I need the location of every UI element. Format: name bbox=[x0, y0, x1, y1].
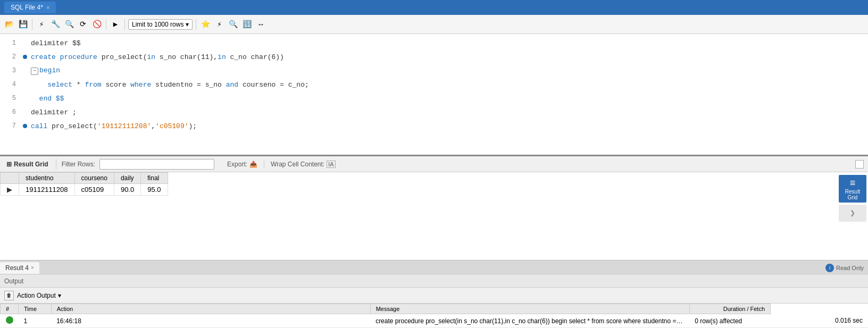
export-label: Export: bbox=[227, 161, 247, 168]
execute-icon[interactable]: ⚡ bbox=[36, 19, 47, 30]
log-column-header: Duration / Fetch bbox=[689, 304, 770, 314]
table-row: ▶19112111208c0510990.095.0 bbox=[1, 184, 168, 196]
data-table-container: studentnocoursenodailyfinal▶19112111208c… bbox=[0, 172, 868, 260]
scroll-down-button[interactable]: ❯ bbox=[839, 205, 866, 222]
action-log-table: #TimeActionMessageDuration / Fetch116:46… bbox=[0, 304, 868, 328]
open-folder-icon[interactable]: 📂 bbox=[3, 19, 15, 30]
code-line: 3−begin bbox=[0, 64, 868, 78]
output-label: Output bbox=[4, 277, 23, 285]
export-icon[interactable]: 📤 bbox=[249, 161, 257, 168]
line-number: 4 bbox=[0, 81, 21, 88]
title-tab-label: SQL File 4* bbox=[11, 4, 43, 11]
code-line: 6delimiter ; bbox=[0, 105, 868, 119]
code-content: −begin bbox=[29, 66, 60, 75]
magnify-icon[interactable]: 🔍 bbox=[227, 19, 239, 30]
export-area: Export: 📤 Wrap Cell Content: IA bbox=[227, 160, 336, 169]
result-right-icons bbox=[855, 160, 864, 169]
explain-icon[interactable]: 🔧 bbox=[49, 19, 61, 30]
table-cell: c05109 bbox=[74, 184, 114, 196]
result-expand-icon[interactable] bbox=[855, 160, 864, 169]
result-tab[interactable]: Result 4 × bbox=[0, 262, 39, 274]
line-number: 1 bbox=[0, 39, 21, 47]
refresh-icon[interactable]: ⟳ bbox=[77, 19, 89, 30]
save-icon[interactable]: 💾 bbox=[17, 19, 29, 30]
status-ok-icon bbox=[6, 316, 13, 324]
code-lines: 1delimiter $$2create procedure pro_selec… bbox=[0, 34, 868, 135]
line-number: 6 bbox=[0, 108, 21, 116]
log-duration: 0.016 sec bbox=[771, 314, 868, 328]
filter-input[interactable] bbox=[99, 159, 214, 170]
toolbar-separator-1 bbox=[32, 19, 32, 30]
action-output-arrow: ▾ bbox=[58, 292, 61, 299]
title-tab[interactable]: SQL File 4* × bbox=[4, 2, 56, 13]
arrows-icon[interactable]: ↔ bbox=[255, 19, 266, 30]
code-content: select * from score where studentno = s_… bbox=[29, 81, 309, 89]
code-line: 2create procedure pro_select(in s_no cha… bbox=[0, 50, 868, 64]
bottom-section: Result 4 × i Read Only Output 🗑 Action O… bbox=[0, 260, 868, 328]
line-bullet bbox=[21, 124, 29, 128]
title-tab-close[interactable]: × bbox=[46, 4, 49, 11]
output-clear-icon[interactable]: 🗑 bbox=[4, 291, 14, 300]
result-tab-close[interactable]: × bbox=[31, 265, 34, 271]
bottom-tabs-row: Result 4 × i Read Only bbox=[0, 260, 868, 275]
right-panel: ≡ Result Grid ❯ bbox=[837, 175, 868, 222]
status-icon-cell bbox=[1, 314, 19, 328]
action-output-label: Action Output bbox=[17, 292, 56, 299]
table-cell: 95.0 bbox=[141, 184, 168, 196]
collapse-icon[interactable]: − bbox=[31, 68, 38, 75]
star-icon[interactable]: ⭐ bbox=[199, 19, 211, 30]
search-icon[interactable]: 🔍 bbox=[63, 19, 75, 30]
code-content: delimiter ; bbox=[29, 108, 77, 116]
code-content: delimiter $$ bbox=[29, 39, 81, 47]
title-bar: SQL File 4* × bbox=[0, 0, 868, 15]
grid-lines-icon: ≡ bbox=[850, 178, 856, 189]
log-row: 116:46:18create procedure pro_select(in … bbox=[1, 314, 869, 328]
wrap-icon[interactable]: IA bbox=[327, 161, 335, 168]
log-column-header: Action bbox=[51, 304, 370, 314]
table-cell: 19112111208 bbox=[19, 184, 75, 196]
stop-icon[interactable]: 🚫 bbox=[91, 19, 103, 30]
output-toolbar: 🗑 Action Output ▾ bbox=[0, 288, 868, 304]
limit-rows-arrow: ▾ bbox=[186, 21, 189, 28]
table-column-header bbox=[1, 173, 19, 184]
log-action: create procedure pro_select(in s_no char… bbox=[370, 314, 689, 328]
toolbar-separator-2 bbox=[106, 19, 106, 30]
toolbar-sep-export bbox=[264, 160, 264, 169]
log-num: 1 bbox=[19, 314, 52, 328]
toolbar-separator-4 bbox=[196, 19, 196, 30]
limit-rows-dropdown[interactable]: Limit to 1000 rows ▾ bbox=[128, 19, 193, 30]
action-output-dropdown[interactable]: Action Output ▾ bbox=[17, 292, 61, 299]
code-line: 4 select * from score where studentno = … bbox=[0, 78, 868, 91]
code-content: end $$ bbox=[29, 95, 64, 103]
result-tab-label: Result 4 bbox=[5, 264, 29, 272]
log-column-header: Message bbox=[370, 304, 689, 314]
lightning-icon[interactable]: ⚡ bbox=[213, 19, 225, 30]
log-column-header: # bbox=[1, 304, 19, 314]
result-grid-label: Result Grid bbox=[14, 161, 48, 168]
result-grid-button[interactable]: ⊞ Result Grid bbox=[4, 159, 51, 169]
log-message: 0 row(s) affected bbox=[689, 314, 770, 328]
table-column-header: courseno bbox=[74, 173, 114, 184]
code-content: call pro_select('19112111208','c05109'); bbox=[29, 122, 197, 130]
log-time: 16:46:18 bbox=[51, 314, 370, 328]
wrap-label: Wrap Cell Content: bbox=[271, 161, 324, 168]
main-toolbar: 📂 💾 ⚡ 🔧 🔍 ⟳ 🚫 ▶ Limit to 1000 rows ▾ ⭐ ⚡… bbox=[0, 15, 868, 34]
code-editor[interactable]: 1delimiter $$2create procedure pro_selec… bbox=[0, 34, 868, 156]
hash-icon[interactable]: 🔢 bbox=[241, 19, 253, 30]
line-number: 3 bbox=[0, 67, 21, 74]
info-icon: i bbox=[825, 264, 834, 272]
result-area: ⊞ Result Grid Filter Rows: Export: 📤 Wra… bbox=[0, 156, 868, 260]
run-icon[interactable]: ▶ bbox=[110, 19, 121, 30]
result-toolbar-sep bbox=[56, 159, 56, 170]
row-select-arrow: ▶ bbox=[1, 184, 19, 196]
limit-rows-label: Limit to 1000 rows bbox=[132, 21, 183, 28]
toolbar-separator-3 bbox=[124, 19, 125, 30]
line-bullet bbox=[21, 55, 29, 59]
result-grid-side-button[interactable]: ≡ Result Grid bbox=[839, 175, 866, 203]
code-line: 1delimiter $$ bbox=[0, 36, 868, 50]
action-log-container: #TimeActionMessageDuration / Fetch116:46… bbox=[0, 304, 868, 328]
line-number: 7 bbox=[0, 122, 21, 130]
log-column-header: Time bbox=[19, 304, 52, 314]
code-content: create procedure pro_select(in s_no char… bbox=[29, 53, 284, 61]
table-column-header: daily bbox=[114, 173, 140, 184]
